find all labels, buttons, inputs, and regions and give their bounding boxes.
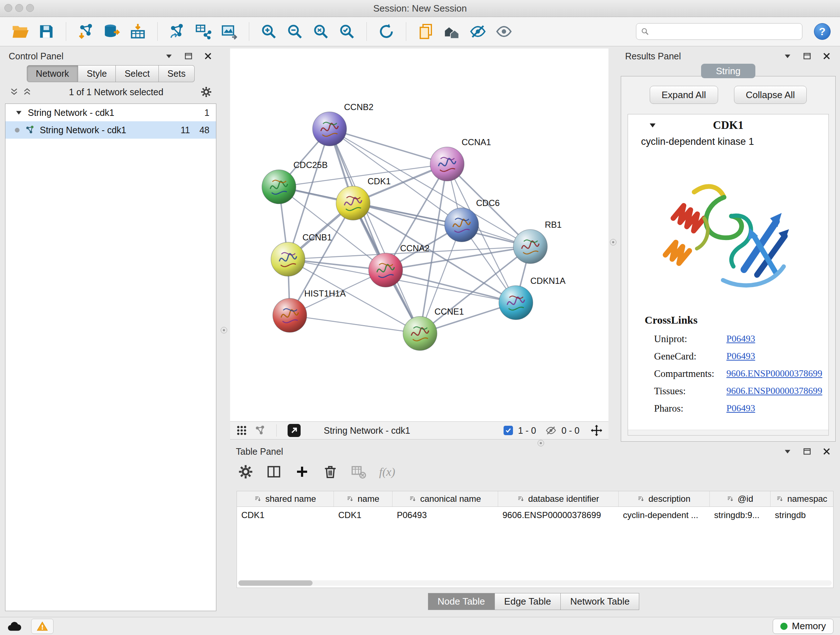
table-cell[interactable]: CDK1 [237,507,334,524]
add-column-icon[interactable] [294,464,309,479]
hidden-eye-slash-icon[interactable] [546,425,556,436]
new-network-from-table-button[interactable] [193,21,214,42]
import-table-button[interactable] [127,21,149,42]
network-edge[interactable] [290,315,420,333]
pan-crosshair-icon[interactable] [591,424,603,437]
cloud-icon[interactable] [6,619,22,634]
crosslink-link[interactable]: P06493 [726,351,755,362]
table-cell[interactable]: cyclin-dependent ... [619,507,710,524]
table-settings-gear-icon[interactable] [238,464,253,479]
show-eye-button[interactable] [493,21,515,42]
chevron-down-icon[interactable] [783,447,792,456]
table-row[interactable]: CDK1 CDK1 P06493 9606.ENSP00000378699 cy… [237,507,833,524]
close-icon[interactable] [822,51,831,61]
save-session-button[interactable] [35,21,57,42]
network-edge[interactable] [330,129,447,164]
network-node-CCNB1[interactable] [271,242,305,276]
results-scrollbar[interactable] [628,430,829,435]
crosslink-link[interactable]: P06493 [726,333,755,345]
collapse-all-tree-icon[interactable] [9,87,19,97]
expand-all-button[interactable]: Expand All [650,86,718,104]
open-in-new-icon[interactable] [287,424,301,437]
float-window-icon[interactable] [184,51,193,61]
tab-select[interactable]: Select [116,65,158,82]
network-node-CDC6[interactable] [445,208,478,242]
tab-string[interactable]: String [701,64,755,78]
disclosure-triangle-icon[interactable] [648,121,657,130]
tab-network[interactable]: Network [27,65,78,82]
collapse-all-button[interactable]: Collapse All [734,86,807,104]
network-node-HIST1H1A[interactable] [273,298,307,333]
network-node-CCNA2[interactable] [369,253,403,287]
table-cell[interactable]: stringdb [771,507,833,524]
close-icon[interactable] [822,447,831,456]
column-header[interactable]: @id [710,491,771,507]
share-network-icon[interactable] [254,424,265,436]
zoom-fit-button[interactable] [310,21,332,42]
column-header[interactable]: description [619,491,710,507]
network-row[interactable]: String Network - cdk1 11 48 [5,121,216,139]
column-header[interactable]: database identifier [498,491,619,507]
scrollbar-thumb[interactable] [238,580,313,586]
search-input[interactable] [653,26,798,37]
crosslink-link[interactable]: 9606.ENSP00000378699 [726,386,822,397]
network-edge[interactable] [279,187,462,225]
column-header[interactable]: namespac [771,491,833,507]
tab-sets[interactable]: Sets [159,65,195,82]
tab-node-table[interactable]: Node Table [428,593,495,610]
crosslink-link[interactable]: P06493 [726,403,755,414]
help-button[interactable]: ? [814,23,831,40]
column-header[interactable]: shared name [237,491,334,507]
delete-column-trash-icon[interactable] [323,464,338,479]
tab-network-table[interactable]: Network Table [561,593,639,610]
float-window-icon[interactable] [802,51,812,61]
table-cell[interactable]: stringdb:9... [710,507,771,524]
warnings-button[interactable] [31,619,54,634]
crosslink-link[interactable]: 9606.ENSP00000378699 [726,368,822,379]
column-header[interactable]: name [334,491,393,507]
network-collection-row[interactable]: String Network - cdk1 1 [5,104,216,121]
horizontal-scrollbar[interactable] [238,580,832,586]
refresh-button[interactable] [376,21,397,42]
search-field[interactable] [636,23,802,40]
splitter-handle[interactable] [610,239,616,245]
homes-button[interactable] [441,21,463,42]
network-edge[interactable] [353,203,531,247]
memory-button[interactable]: Memory [773,619,834,634]
select-columns-icon[interactable] [266,464,281,479]
selected-checkbox-icon[interactable] [504,426,513,435]
new-network-from-selection-button[interactable] [166,21,188,42]
table-cell[interactable]: 9606.ENSP00000378699 [498,507,619,524]
copy-document-button[interactable] [415,21,437,42]
chevron-down-icon[interactable] [164,51,174,61]
zoom-out-button[interactable] [284,21,306,42]
network-node-CCNE1[interactable] [403,317,437,350]
splitter-handle[interactable] [221,327,227,333]
network-node-CCNA1[interactable] [430,147,464,181]
column-header[interactable]: canonical name [393,491,498,507]
zoom-in-button[interactable] [258,21,279,42]
zoom-selected-button[interactable] [336,21,358,42]
network-node-CDK1[interactable] [336,186,370,220]
network-node-RB1[interactable] [513,230,547,264]
network-node-CDC25B[interactable] [262,170,296,204]
hide-glasses-button[interactable] [467,21,489,42]
table-cell[interactable]: P06493 [393,507,498,524]
tab-edge-table[interactable]: Edge Table [495,593,561,610]
network-edge[interactable] [330,129,420,333]
disclosure-triangle-icon[interactable] [15,109,23,117]
birds-eye-grid-icon[interactable] [236,424,248,436]
import-network-file-button[interactable] [75,21,96,42]
chevron-down-icon[interactable] [783,51,792,61]
expand-all-tree-icon[interactable] [22,87,32,97]
open-session-button[interactable] [9,21,31,42]
float-window-icon[interactable] [802,447,812,456]
table-cell[interactable]: CDK1 [334,507,393,524]
close-icon[interactable] [203,51,213,61]
network-view-canvas[interactable]: CCNB2CCNA1CDC25BCDK1CDC6RB1CCNB1CCNA2CDK… [230,49,608,421]
gear-icon[interactable] [201,86,212,98]
tab-style[interactable]: Style [78,65,116,82]
export-image-button[interactable] [218,21,240,42]
import-network-database-button[interactable] [101,21,123,42]
network-node-CCNB2[interactable] [313,112,347,146]
